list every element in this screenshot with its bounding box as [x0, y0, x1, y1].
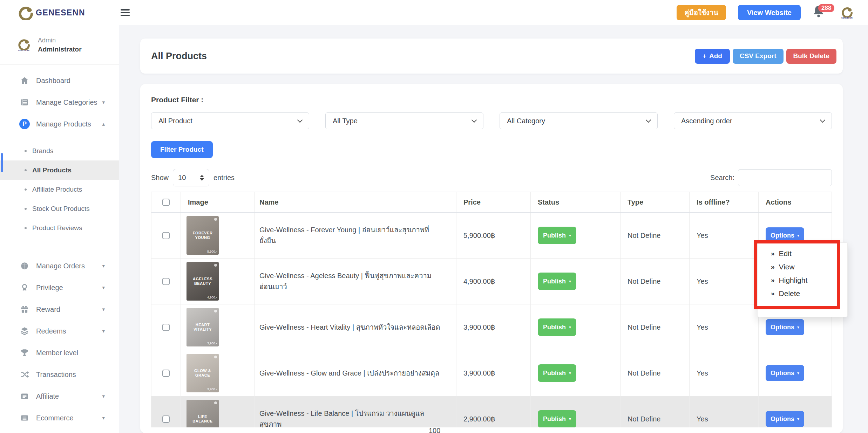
product-price: 3,900.00฿: [456, 304, 531, 350]
sidebar-item-member-level[interactable]: Member level: [0, 342, 119, 364]
sidebar-item-stock-out-products[interactable]: Stock Out Products: [0, 199, 119, 218]
sidebar-item-reward[interactable]: Reward ▾: [0, 298, 119, 320]
row-checkbox[interactable]: [162, 370, 170, 377]
sidebar-item-manage-products[interactable]: P Manage Products ▴: [0, 113, 119, 135]
status-dropdown-button[interactable]: Publish▾: [538, 318, 576, 336]
table-row: HEART VITALITY3,900.- Give-Wellness - He…: [151, 304, 832, 350]
sidebar-item-privilege[interactable]: Privilege ▾: [0, 277, 119, 298]
search-input[interactable]: [738, 169, 832, 186]
options-menu: » Edit » View » Highlight » Delete: [757, 242, 848, 317]
options-dropdown-button[interactable]: Options▾: [766, 365, 804, 381]
manual-button[interactable]: คู่มือใช้งาน: [677, 5, 726, 20]
product-image: FOREVER YOUNG5,900.-: [187, 216, 219, 255]
options-dropdown-button[interactable]: Options▾: [766, 319, 804, 335]
notifications-button[interactable]: 288: [813, 5, 827, 21]
product-type: Not Define: [621, 259, 690, 304]
chevron-down-icon: ▾: [102, 393, 105, 399]
sidebar-item-transactions[interactable]: Transactions: [0, 364, 119, 385]
col-name: Name: [255, 192, 456, 212]
sidebar-avatar-brand-label: GENESENN: [18, 49, 29, 51]
chevron-down-icon: [646, 117, 651, 123]
sidebar-item-manage-orders[interactable]: Manage Orders ▾: [0, 255, 119, 277]
options-dropdown-button[interactable]: Options▾: [766, 411, 804, 427]
sidebar-item-product-reviews[interactable]: Product Reviews: [0, 218, 119, 238]
products-icon: P: [19, 119, 30, 129]
order-select[interactable]: Ascending order: [674, 112, 832, 129]
status-dropdown-button[interactable]: Publish▾: [538, 410, 576, 427]
chevron-up-icon: ▴: [102, 121, 105, 127]
page-size-stepper[interactable]: 10: [173, 169, 209, 186]
active-section-accent: [1, 153, 3, 172]
menu-item-highlight[interactable]: » Highlight: [758, 274, 847, 287]
sidebar-item-ecommerce[interactable]: Ecommerce ▾: [0, 407, 119, 429]
row-checkbox[interactable]: [162, 232, 170, 239]
chevron-down-icon: ▾: [102, 306, 105, 312]
product-price: 5,900.00฿: [456, 213, 531, 258]
filter-product-button[interactable]: Filter Product: [151, 141, 213, 158]
bullet-icon: [25, 227, 27, 229]
sidebar-item-manage-blogs[interactable]: Manage Blogs ▾: [0, 429, 119, 433]
ecommerce-icon: [19, 413, 30, 422]
chevron-down-icon: ▾: [569, 371, 571, 376]
sidebar-item-dashboard[interactable]: Dashboard: [0, 70, 119, 91]
sidebar-item-affiliate-products[interactable]: Affiliate Products: [0, 180, 119, 199]
product-type: Not Define: [621, 213, 690, 258]
col-offline: Is offline?: [690, 192, 759, 212]
options-dropdown-button[interactable]: Options▾: [766, 227, 804, 243]
product-name: Give-Wellness - Glow and Grace | เปล่งปร…: [255, 350, 456, 396]
bullet-icon: [25, 150, 27, 152]
product-select[interactable]: All Product: [151, 112, 309, 129]
menu-item-delete[interactable]: » Delete: [758, 287, 847, 300]
chevron-down-icon: ▾: [797, 417, 799, 421]
row-checkbox[interactable]: [162, 415, 170, 423]
table-row: AGELESS BEAUTY4,900.- Give-Wellness - Ag…: [151, 259, 832, 304]
chevron-down-icon: ▾: [102, 328, 105, 334]
sidebar-item-all-products[interactable]: All Products: [0, 160, 119, 180]
hamburger-menu-icon[interactable]: [121, 9, 130, 16]
row-checkbox[interactable]: [162, 324, 170, 331]
products-submenu: Brands All Products Affiliate Products S…: [0, 135, 119, 241]
product-price: 4,900.00฿: [456, 259, 531, 304]
view-website-button[interactable]: View Website: [738, 5, 801, 20]
sidebar-item-affiliate[interactable]: Affiliate ▾: [0, 385, 119, 407]
chevron-down-icon: ▾: [797, 233, 799, 238]
add-button[interactable]: + Add: [695, 49, 730, 64]
bullet-icon: [25, 208, 27, 210]
user-avatar[interactable]: GENESENN: [839, 4, 855, 21]
type-select[interactable]: All Type: [325, 112, 483, 129]
row-checkbox[interactable]: [162, 278, 170, 285]
sidebar-item-redeems[interactable]: Redeems ▾: [0, 320, 119, 342]
status-dropdown-button[interactable]: Publish▾: [538, 364, 576, 382]
chevron-down-icon: ▾: [569, 417, 571, 421]
product-price: 3,900.00฿: [456, 350, 531, 396]
table-controls: Show 10 entries Search:: [151, 169, 832, 187]
chevron-down-icon: ▾: [797, 371, 799, 376]
chevron-down-icon: ▾: [797, 325, 799, 330]
double-chevron-icon: »: [771, 263, 775, 271]
col-type: Type: [621, 192, 690, 212]
status-dropdown-button[interactable]: Publish▾: [538, 273, 576, 290]
chevron-down-icon: ▾: [569, 279, 571, 284]
col-price: Price: [456, 192, 531, 212]
product-type: Not Define: [621, 350, 690, 396]
status-dropdown-button[interactable]: Publish▾: [538, 227, 576, 244]
select-all-checkbox[interactable]: [162, 199, 170, 206]
sidebar-item-brands[interactable]: Brands: [0, 141, 119, 160]
chevron-down-icon: ▾: [102, 263, 105, 269]
category-select[interactable]: All Category: [500, 112, 658, 129]
home-icon: [19, 76, 30, 85]
menu-item-view[interactable]: » View: [758, 260, 847, 274]
bulk-delete-button[interactable]: Bulk Delete: [786, 49, 836, 64]
chevron-down-icon: ▾: [102, 415, 105, 421]
sidebar-item-manage-categories[interactable]: Manage Categories ▾: [0, 91, 119, 113]
show-label: Show: [151, 174, 169, 182]
menu-item-edit[interactable]: » Edit: [758, 247, 847, 260]
entries-label: entries: [213, 174, 235, 182]
csv-export-button[interactable]: CSV Export: [733, 49, 784, 64]
chevron-down-icon: [472, 117, 477, 123]
chevron-down-icon: ▾: [102, 284, 105, 291]
user-role: Administrator: [38, 46, 82, 53]
stepper-arrows-icon[interactable]: [200, 175, 204, 181]
product-offline: Yes: [690, 304, 759, 350]
cut-off-text: 100: [429, 427, 440, 433]
